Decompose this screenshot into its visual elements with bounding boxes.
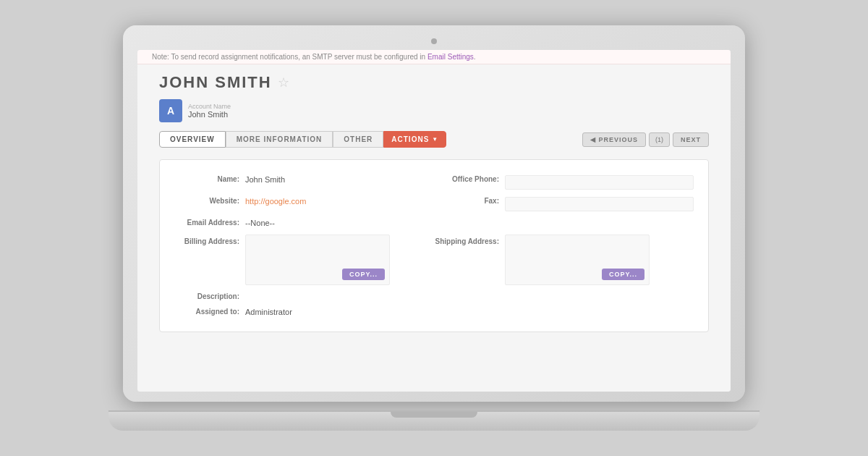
laptop-shell: Note: To send record assignment notifica… bbox=[123, 25, 745, 431]
billing-copy-button[interactable]: COPY... bbox=[342, 269, 385, 280]
tabs-row: OVERVIEW MORE INFORMATION OTHER ACTIONS … bbox=[159, 131, 709, 148]
empty-cell-2 bbox=[434, 289, 694, 304]
fax-label: Fax: bbox=[434, 197, 499, 205]
nav-buttons: ◀ PREVIOUS (1) NEXT bbox=[582, 132, 709, 147]
actions-caret-icon: ▼ bbox=[432, 136, 438, 143]
assigned-to-value: Administrator bbox=[245, 308, 434, 316]
account-breadcrumb: A Account Name John Smith bbox=[159, 99, 709, 122]
screen-bezel: Note: To send record assignment notifica… bbox=[123, 25, 745, 402]
email-settings-link[interactable]: Email Settings bbox=[427, 53, 474, 61]
assigned-to-field-row: Assigned to: Administrator bbox=[174, 304, 434, 320]
prev-button[interactable]: ◀ PREVIOUS bbox=[582, 132, 646, 147]
note-text: Note: To send record assignment notifica… bbox=[152, 53, 427, 61]
laptop-base-notch bbox=[391, 412, 477, 418]
record-title: JOHN SMITH bbox=[159, 73, 272, 92]
billing-address-row: Billing Address: COPY... bbox=[174, 231, 434, 289]
empty-cell bbox=[434, 215, 694, 231]
name-label: Name: bbox=[174, 175, 239, 183]
shipping-address-box: COPY... bbox=[505, 235, 650, 285]
title-row: JOHN SMITH ☆ bbox=[159, 73, 709, 92]
office-phone-field-row: Office Phone: bbox=[434, 172, 694, 193]
empty-cell-3 bbox=[434, 304, 694, 320]
shipping-copy-button[interactable]: COPY... bbox=[602, 269, 644, 280]
email-label: Email Address: bbox=[174, 219, 239, 227]
billing-address-box: COPY... bbox=[245, 235, 390, 285]
assigned-to-label: Assigned to: bbox=[174, 308, 239, 316]
email-field-row: Email Address: --None-- bbox=[174, 215, 434, 231]
email-value: --None-- bbox=[245, 219, 434, 227]
detail-panel: Name: John Smith Office Phone: Website: … bbox=[159, 159, 709, 332]
note-bar: Note: To send record assignment notifica… bbox=[137, 50, 731, 64]
tab-other[interactable]: OTHER bbox=[333, 131, 383, 148]
tab-more-information[interactable]: MORE INFORMATION bbox=[226, 131, 333, 148]
description-label: Description: bbox=[174, 292, 239, 300]
office-phone-label: Office Phone: bbox=[434, 175, 499, 183]
shipping-address-label: Shipping Address: bbox=[434, 235, 499, 245]
laptop-base bbox=[109, 410, 760, 431]
app-content: Note: To send record assignment notifica… bbox=[137, 50, 731, 392]
description-field-row: Description: bbox=[174, 289, 434, 304]
next-button[interactable]: NEXT bbox=[673, 132, 709, 147]
tab-overview[interactable]: OVERVIEW bbox=[159, 131, 226, 148]
shipping-address-row: Shipping Address: COPY... bbox=[434, 231, 694, 289]
tab-actions[interactable]: ACTIONS ▼ bbox=[383, 131, 446, 148]
website-label: Website: bbox=[174, 197, 239, 205]
fax-field-row: Fax: bbox=[434, 193, 694, 215]
camera-dot bbox=[431, 38, 437, 44]
account-name-label: Account Name bbox=[188, 103, 231, 110]
name-field-row: Name: John Smith bbox=[174, 172, 434, 193]
account-name-value[interactable]: John Smith bbox=[188, 110, 231, 119]
website-field-row: Website: http://google.com bbox=[174, 193, 434, 215]
main-container: JOHN SMITH ☆ A Account Name John Smith bbox=[137, 64, 731, 347]
screen-content: Note: To send record assignment notifica… bbox=[137, 50, 731, 392]
nav-count: (1) bbox=[649, 132, 670, 147]
billing-address-label: Billing Address: bbox=[174, 235, 239, 245]
detail-grid: Name: John Smith Office Phone: Website: … bbox=[174, 172, 694, 320]
star-icon[interactable]: ☆ bbox=[278, 75, 289, 90]
website-value[interactable]: http://google.com bbox=[245, 197, 434, 206]
account-icon: A bbox=[159, 99, 182, 122]
account-info: Account Name John Smith bbox=[188, 103, 231, 119]
name-value: John Smith bbox=[245, 175, 434, 184]
office-phone-value bbox=[505, 175, 694, 190]
fax-value bbox=[505, 197, 694, 211]
